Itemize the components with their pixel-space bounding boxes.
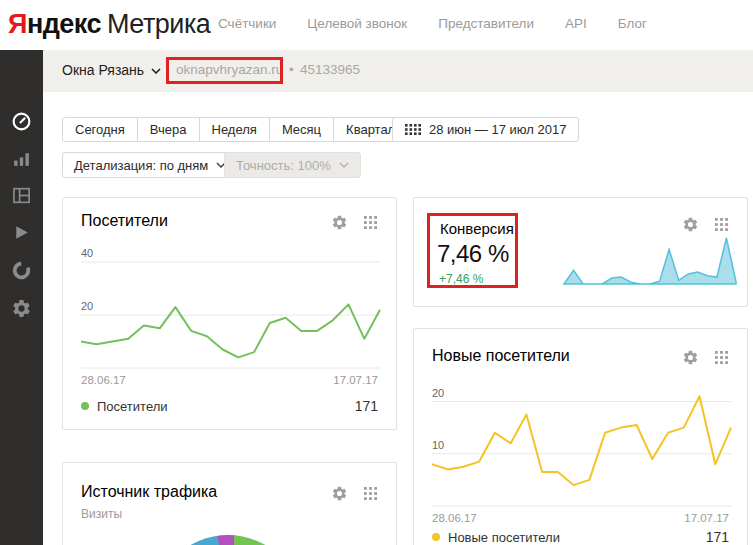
counter-id: 45133965 bbox=[300, 62, 360, 77]
yandex-metrica-logo[interactable]: ЯндексМетрика bbox=[8, 9, 210, 40]
widget-drag-handle-icon[interactable] bbox=[364, 487, 377, 500]
conversion-delta: +7,46 % bbox=[439, 272, 483, 286]
top-header: ЯндексМетрика Счётчики Целевой звонок Пр… bbox=[0, 0, 753, 50]
nav-blog[interactable]: Блог bbox=[618, 16, 647, 31]
widget-settings-gear-icon[interactable] bbox=[331, 214, 348, 231]
nav-target-call[interactable]: Целевой звонок bbox=[307, 16, 407, 31]
visitors-line-chart: 4020 bbox=[81, 262, 380, 368]
tab-month[interactable]: Месяц bbox=[269, 117, 334, 142]
detail-dropdown[interactable]: Детализация: по дням bbox=[62, 152, 238, 178]
x-axis-start: 28.06.17 bbox=[81, 374, 126, 386]
x-axis-start: 28.06.17 bbox=[432, 512, 477, 524]
svg-text:40: 40 bbox=[81, 247, 93, 259]
tab-yesterday[interactable]: Вчера bbox=[137, 117, 200, 142]
conversion-sparkline bbox=[564, 238, 736, 284]
legend-dot bbox=[81, 402, 89, 410]
legend-total: 171 bbox=[706, 529, 729, 545]
sidebar bbox=[0, 50, 43, 545]
logo-product: Метрика bbox=[107, 9, 210, 39]
reports-barchart-icon[interactable] bbox=[11, 148, 32, 169]
new-visitors-card: Новые посетители 2010 28.06.17 17.07.17 … bbox=[413, 328, 748, 545]
top-nav: Счётчики Целевой звонок Представители AP… bbox=[218, 16, 647, 31]
traffic-source-pie-chart bbox=[153, 535, 303, 545]
card-title: Новые посетители bbox=[432, 347, 570, 365]
widget-drag-handle-icon[interactable] bbox=[364, 216, 377, 229]
calendar-icon bbox=[405, 124, 421, 135]
tab-today[interactable]: Сегодня bbox=[62, 117, 138, 142]
svg-text:10: 10 bbox=[432, 439, 444, 451]
card-title: Посетители bbox=[81, 212, 168, 230]
nav-counters[interactable]: Счётчики bbox=[218, 16, 276, 31]
legend-row: Посетители 171 bbox=[81, 398, 378, 414]
conversion-card: Конверсия 7,46 % +7,46 % bbox=[413, 197, 748, 307]
legend-label[interactable]: Новые посетители bbox=[448, 530, 560, 545]
svg-text:20: 20 bbox=[432, 387, 444, 399]
visitors-card: Посетители 4020 28.06.17 17.07.17 Посети… bbox=[62, 197, 397, 430]
accuracy-dropdown-disabled[interactable]: Точность: 100% bbox=[224, 152, 361, 178]
chevron-down-icon bbox=[151, 68, 161, 74]
svg-text:20: 20 bbox=[81, 300, 93, 312]
logo-brand: ндекс bbox=[27, 9, 101, 39]
chevron-down-icon bbox=[339, 162, 349, 168]
tab-week[interactable]: Неделя bbox=[199, 117, 270, 142]
legend-total: 171 bbox=[355, 398, 378, 414]
nav-representatives[interactable]: Представители bbox=[438, 16, 534, 31]
widget-drag-handle-icon[interactable] bbox=[715, 218, 728, 231]
segments-donut-icon[interactable] bbox=[11, 260, 32, 281]
webvisor-play-icon[interactable] bbox=[11, 222, 32, 243]
counter-selector[interactable]: Окна Рязань bbox=[62, 62, 161, 78]
nav-api[interactable]: API bbox=[565, 16, 587, 31]
counter-site-url[interactable]: oknapvhryazan.ru bbox=[176, 62, 283, 77]
x-axis-end: 17.07.17 bbox=[333, 374, 378, 386]
legend-dot bbox=[432, 533, 440, 541]
widgets-layout-icon[interactable] bbox=[11, 185, 32, 206]
accuracy-label: Точность: 100% bbox=[236, 158, 331, 173]
detail-label: Детализация: по дням bbox=[74, 158, 208, 173]
card-subtitle: Визиты bbox=[81, 507, 122, 521]
legend-label[interactable]: Посетители bbox=[97, 399, 168, 414]
traffic-source-card: Источник трафика Визиты bbox=[62, 462, 397, 545]
metrica-dashboard: ЯндексМетрика Счётчики Целевой звонок Пр… bbox=[0, 0, 753, 545]
summary-speedometer-icon[interactable] bbox=[11, 111, 32, 132]
date-range-label: 28 июн — 17 июл 2017 bbox=[429, 122, 566, 137]
settings-gear-icon[interactable] bbox=[11, 298, 32, 319]
date-range-button[interactable]: 28 июн — 17 июл 2017 bbox=[392, 117, 579, 142]
logo-letter: Я bbox=[8, 9, 27, 39]
counter-name-label: Окна Рязань bbox=[62, 62, 144, 78]
widget-settings-gear-icon[interactable] bbox=[331, 485, 348, 502]
legend-row: Новые посетители 171 bbox=[432, 529, 729, 545]
widget-drag-handle-icon[interactable] bbox=[715, 351, 728, 364]
counter-bar: Окна Рязань oknapvhryazan.ru • 45133965 bbox=[43, 50, 753, 92]
widget-settings-gear-icon[interactable] bbox=[682, 349, 699, 366]
new-visitors-line-chart: 2010 bbox=[432, 391, 731, 506]
card-title: Конверсия bbox=[440, 220, 514, 237]
widget-settings-gear-icon[interactable] bbox=[682, 216, 699, 233]
x-axis-end: 17.07.17 bbox=[684, 512, 729, 524]
separator-dot: • bbox=[289, 62, 294, 77]
card-title: Источник трафика bbox=[81, 483, 217, 501]
conversion-value: 7,46 % bbox=[437, 240, 509, 268]
